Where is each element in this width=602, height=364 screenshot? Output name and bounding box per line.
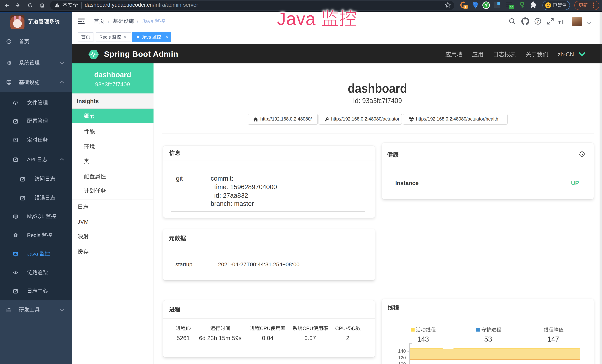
svg-text:T: T xyxy=(559,20,561,24)
svg-text:on: on xyxy=(510,5,513,9)
svg-text:1: 1 xyxy=(465,5,466,9)
svg-text:T: T xyxy=(561,18,565,25)
svg-text:?: ? xyxy=(537,19,539,24)
